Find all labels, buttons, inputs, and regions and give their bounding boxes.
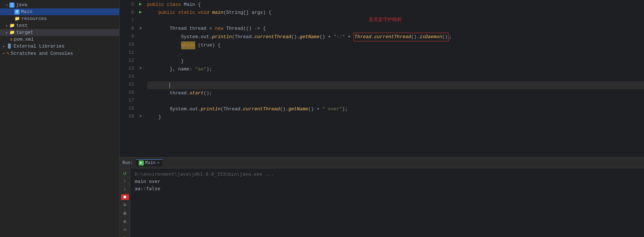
var-thread: thread xyxy=(189,25,206,33)
keyword-class: class xyxy=(167,1,184,9)
sidebar-item-label: resources xyxy=(21,16,47,21)
code-line-10: while (true) { xyxy=(147,41,644,49)
type-thread: Thread xyxy=(170,25,189,33)
indent-15 xyxy=(147,81,170,89)
chevron-right-icon-2: ▸ xyxy=(6,30,8,35)
out-18: out xyxy=(189,105,198,113)
currentThread-18: currentThread xyxy=(243,105,280,113)
code-line-18: System.out.println(Thread.currentThread(… xyxy=(147,105,644,113)
sidebar-item-label: Scratches and Consoles xyxy=(11,51,73,56)
stop-button[interactable]: ■ xyxy=(121,194,129,200)
sidebar-item-label: pom.xml xyxy=(14,37,34,42)
code-line-16: thread.start(); xyxy=(147,89,644,97)
indent-18 xyxy=(147,105,170,113)
sidebar-item-resources[interactable]: 📁 resources xyxy=(0,15,119,22)
while-keyword: while xyxy=(181,41,195,49)
method-main: main xyxy=(212,9,223,17)
run-tab-close[interactable]: × xyxy=(157,161,160,165)
run-label: Run: xyxy=(122,160,133,166)
chevron-right-icon-4: ▸ xyxy=(3,51,5,56)
code-content[interactable]: 是否是守护线程 public class Main { public stati… xyxy=(144,0,644,157)
run-toolbar: ↺ ↑ ↓ ■ ≡ ⚙ ⊙ ≈ ⬆ ⬇ ✕ xyxy=(120,168,130,237)
println-9: println xyxy=(212,33,232,41)
chevron-right-icon-3: ▸ xyxy=(3,44,5,49)
line-numbers: 5 6 7 8 9 10 11 12 13 14 15 16 17 18 19 xyxy=(120,0,137,157)
rerun-button[interactable]: ↺ xyxy=(121,170,129,176)
sidebar-item-target[interactable]: ▸ 📁 target xyxy=(0,29,119,36)
run-output-line-2: aa::false xyxy=(135,185,640,192)
getName-18: getName xyxy=(288,105,308,113)
run-tab-main[interactable]: ▶ Main × xyxy=(136,159,162,166)
sys-9: System xyxy=(181,33,198,41)
run-tab-icon: ▶ xyxy=(139,160,144,166)
sidebar-item-scratches[interactable]: ▸ ✎ Scratches and Consoles xyxy=(0,50,119,57)
start-method: start xyxy=(189,89,204,97)
sidebar-item-label: test xyxy=(16,23,28,28)
invoke1: (). xyxy=(291,33,300,41)
code-view[interactable]: 5 6 7 8 9 10 11 12 13 14 15 16 17 18 19 xyxy=(120,0,644,157)
op-eq: = xyxy=(206,25,215,33)
sidebar-item-java[interactable]: ▾ j java xyxy=(0,1,119,8)
end-paren: () xyxy=(442,34,448,40)
sidebar-item-main[interactable]: M Main xyxy=(0,8,119,15)
breakpoint-arrow-6: ▶ xyxy=(139,9,142,15)
dump-button[interactable]: ≡ xyxy=(121,202,129,208)
isDaemon: isDaemon xyxy=(419,34,442,40)
import-button[interactable]: ⬆ xyxy=(121,235,129,237)
invoke-18: (). xyxy=(280,105,288,113)
code-line-13: }, name: "aa"); xyxy=(147,65,644,73)
semi-18: ); xyxy=(342,105,348,113)
sidebar: ▾ j java M Main 📁 resources ▸ 📁 test ▸ 📁… xyxy=(0,0,120,237)
scroll-up-button[interactable]: ↑ xyxy=(121,178,129,184)
code-line-11 xyxy=(147,49,644,57)
brace-open: { xyxy=(198,1,201,9)
kw-static: static xyxy=(178,9,198,17)
sidebar-item-test[interactable]: ▸ 📁 test xyxy=(0,22,119,29)
run-output: D:\environment\java\jdk1.8.0_333\bin\jav… xyxy=(130,168,644,237)
gutter-icon-19: ◉ xyxy=(139,114,142,118)
run-header: Run: ▶ Main × xyxy=(120,158,644,168)
lambda-start: (() -> { xyxy=(243,25,265,33)
indent-10 xyxy=(147,41,181,49)
kw-public-6: public xyxy=(147,9,178,17)
currentThread-2: Thread xyxy=(355,34,372,40)
run-body: ↺ ↑ ↓ ■ ≡ ⚙ ⊙ ≈ ⬆ ⬇ ✕ D:\environment\jav… xyxy=(120,168,644,237)
breakpoint-arrow-5: ▶ xyxy=(139,1,142,7)
settings-button[interactable]: ⚙ xyxy=(121,210,129,216)
code-line-15 xyxy=(147,81,644,89)
plus-2: + xyxy=(345,33,353,41)
code-line-5: public class Main { xyxy=(147,1,644,9)
code-line-14 xyxy=(147,73,644,81)
resources-folder-icon: 📁 xyxy=(14,16,20,21)
code-line-8: Thread thread = new Thread(() -> { xyxy=(147,25,644,33)
chevron-down-icon: ▾ xyxy=(6,3,8,7)
out-9: out xyxy=(201,33,209,41)
concat: () + xyxy=(319,33,334,41)
ext-libs-icon: ▐▌ xyxy=(7,44,12,49)
class-thread: Thread xyxy=(226,25,243,33)
println-18: println xyxy=(201,105,221,113)
concat-18: () + xyxy=(308,105,322,113)
sidebar-item-pom[interactable]: m pom.xml xyxy=(0,36,119,43)
sidebar-item-label: External Libraries xyxy=(14,44,64,49)
editor-area: 5 6 7 8 9 10 11 12 13 14 15 16 17 18 19 xyxy=(120,0,644,157)
close-main: } xyxy=(147,113,161,121)
filter-button[interactable]: ≈ xyxy=(121,227,129,233)
getName-1: getName xyxy=(300,33,319,41)
paren1: (Thread. xyxy=(232,33,254,41)
close-lambda: }, name: xyxy=(147,65,195,73)
main-container: ▾ j java M Main 📁 resources ▸ 📁 test ▸ 📁… xyxy=(0,0,644,237)
scroll-down-button[interactable]: ↓ xyxy=(121,186,129,192)
dot-16: . xyxy=(187,89,189,97)
str-aa: "aa" xyxy=(195,65,206,73)
paren-18: (Thread. xyxy=(221,105,243,113)
str-colon: "::" xyxy=(334,33,345,41)
code-line-7 xyxy=(147,17,644,25)
annotation-box: Thread.currentThread().isDaemon() xyxy=(354,33,449,41)
camera-button[interactable]: ⊙ xyxy=(121,218,129,225)
gutter-icon-13: ◉ xyxy=(139,66,142,70)
keyword-public: public xyxy=(147,1,167,9)
dot-18a: . xyxy=(187,105,189,113)
code-line-17 xyxy=(147,97,644,105)
sidebar-item-ext-libs[interactable]: ▸ ▐▌ External Libraries xyxy=(0,43,119,50)
